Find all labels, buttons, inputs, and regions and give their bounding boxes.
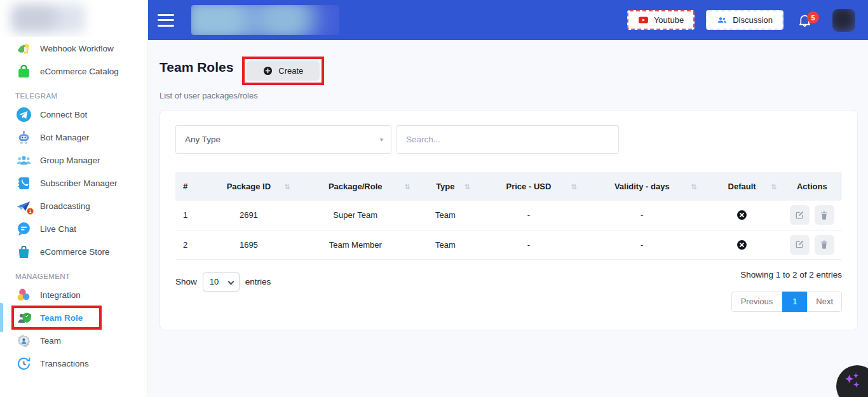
column-header-default[interactable]: Default⇅ <box>702 172 782 201</box>
robot-icon <box>15 129 32 145</box>
team-role-shield-icon <box>16 309 32 326</box>
notification-bell-icon[interactable]: 5 <box>797 13 812 27</box>
transactions-history-icon <box>15 355 32 372</box>
sidebar-item-label: Webhook Workflow <box>40 44 114 53</box>
sidebar-section-telegram: TELEGRAM <box>15 92 147 100</box>
sort-icon: ⇅ <box>465 182 470 191</box>
showing-entries-text: Showing 1 to 2 of 2 entries <box>731 270 842 279</box>
sidebar-item-transactions[interactable]: Transactions <box>0 352 147 375</box>
sidebar-item-team[interactable]: Team <box>0 329 147 352</box>
integration-circles-icon <box>15 286 32 303</box>
column-header-package-role[interactable]: Package/Role⇅ <box>295 172 416 201</box>
sidebar-item-broadcasting[interactable]: 1 Broadcasting <box>0 194 147 217</box>
sidebar-item-team-role[interactable]: Team Role <box>0 306 147 329</box>
column-header-package-id[interactable]: Package ID⇅ <box>202 172 295 201</box>
cell-validity: - <box>582 201 702 230</box>
sidebar-item-integration[interactable]: Integration <box>0 283 147 306</box>
footer-right: Showing 1 to 2 of 2 entries Previous 1 N… <box>731 270 842 312</box>
discussion-button[interactable]: Discussion <box>706 10 783 30</box>
chevron-down-icon <box>227 278 234 285</box>
sidebar-item-label: eCommerce Store <box>40 247 110 257</box>
page-size-value: 10 <box>210 277 219 286</box>
sidebar-item-subscriber-manager[interactable]: Subscriber Manager <box>0 172 147 194</box>
contact-book-phone-icon <box>15 175 32 191</box>
select-caret-icon: ▾ <box>380 136 383 143</box>
hamburger-menu-icon[interactable] <box>158 14 174 27</box>
sidebar-item-label: Group Manager <box>40 156 100 165</box>
cell-validity: - <box>582 230 702 259</box>
annotation-box-create: Create <box>242 57 324 85</box>
sidebar-item-label: Broadcasting <box>40 201 90 211</box>
sidebar: Webhook Workflow eCommerce Catalog TELEG… <box>0 0 148 397</box>
delete-button[interactable] <box>815 235 834 255</box>
entries-label: entries <box>245 277 271 286</box>
edit-icon <box>794 210 804 220</box>
discussion-people-icon <box>717 15 728 25</box>
previous-page-button[interactable]: Previous <box>731 292 783 312</box>
page-content: Team Roles Create List of user packages/… <box>148 40 868 397</box>
cell-actions <box>782 230 842 259</box>
sidebar-logo-blurred-image <box>10 4 85 33</box>
column-header-index: # <box>175 172 202 201</box>
shopping-bag-teal-icon <box>15 243 32 260</box>
sidebar-item-ecommerce-store[interactable]: eCommerce Store <box>0 240 147 263</box>
sidebar-logo <box>0 0 147 37</box>
cell-price: - <box>475 230 582 259</box>
app-window: Webhook Workflow eCommerce Catalog TELEG… <box>0 0 868 397</box>
youtube-button-label: Youtube <box>654 15 684 25</box>
team-roles-table: # Package ID⇅ Package/Role⇅ Type⇅ Price … <box>175 172 842 260</box>
times-circle-icon <box>736 239 747 248</box>
next-page-button[interactable]: Next <box>807 292 842 312</box>
avatar-blurred-image <box>832 9 855 32</box>
sort-icon: ⇅ <box>571 182 577 191</box>
sort-icon: ⇅ <box>285 182 290 191</box>
cell-package-role: Team Member <box>295 230 416 259</box>
current-page-button[interactable]: 1 <box>782 292 807 312</box>
create-button-label: Create <box>278 66 303 76</box>
shopping-bag-green-icon <box>15 63 32 79</box>
sidebar-item-ecommerce-catalog[interactable]: eCommerce Catalog <box>0 60 147 83</box>
topbar-logo-blurred-image <box>191 5 339 35</box>
sidebar-item-label: Team Role <box>40 313 83 323</box>
youtube-icon <box>638 15 649 25</box>
sidebar-item-live-chat[interactable]: Live Chat <box>0 217 147 240</box>
trash-icon <box>819 239 829 250</box>
table-row: 2 1695 Team Member Team - - <box>175 230 842 259</box>
sidebar-item-label: Team <box>40 336 61 346</box>
column-header-price[interactable]: Price - USD⇅ <box>475 172 582 201</box>
cell-actions <box>782 201 842 230</box>
edit-button[interactable] <box>790 235 810 255</box>
page-size-group: Show 10 entries <box>175 273 271 292</box>
team-roles-card: Any Type ▾ # Package ID⇅ Package/Role⇅ T… <box>159 110 858 330</box>
delete-button[interactable] <box>815 205 834 225</box>
user-avatar[interactable] <box>832 9 855 32</box>
cell-price: - <box>475 201 582 230</box>
sparkles-icon <box>843 372 862 391</box>
column-header-type[interactable]: Type⇅ <box>416 172 475 201</box>
chat-bubble-icon <box>15 220 32 237</box>
cell-type: Team <box>416 230 475 259</box>
broadcast-plane-icon: 1 <box>15 198 32 214</box>
table-footer: Show 10 entries Showing 1 to 2 of 2 entr… <box>175 270 842 312</box>
sidebar-item-webhook-workflow[interactable]: Webhook Workflow <box>0 37 147 60</box>
page-subtitle: List of user packages/roles <box>159 91 858 100</box>
table-row: 1 2691 Super Team Team - - <box>175 201 842 230</box>
active-item-indicator <box>0 303 3 332</box>
trash-icon <box>819 210 829 220</box>
edit-button[interactable] <box>790 205 810 225</box>
sidebar-item-group-manager[interactable]: Group Manager <box>0 149 147 172</box>
show-label: Show <box>175 277 197 286</box>
sidebar-item-label: Live Chat <box>40 224 76 234</box>
notification-count-badge: 5 <box>807 11 819 24</box>
youtube-button[interactable]: Youtube <box>627 10 695 30</box>
sidebar-item-connect-bot[interactable]: Connect Bot <box>0 103 147 126</box>
page-size-select[interactable]: 10 <box>203 273 240 292</box>
create-button[interactable]: Create <box>247 61 320 81</box>
search-input[interactable] <box>397 125 619 154</box>
sidebar-item-bot-manager[interactable]: Bot Manager <box>0 126 147 149</box>
topbar: Youtube Discussion 5 <box>148 0 868 40</box>
sort-icon: ⇅ <box>404 182 410 191</box>
column-header-validity[interactable]: Validity - days⇅ <box>582 172 702 201</box>
type-filter-select[interactable]: Any Type ▾ <box>175 125 391 154</box>
sidebar-section-management: MANAGEMENT <box>15 273 147 280</box>
